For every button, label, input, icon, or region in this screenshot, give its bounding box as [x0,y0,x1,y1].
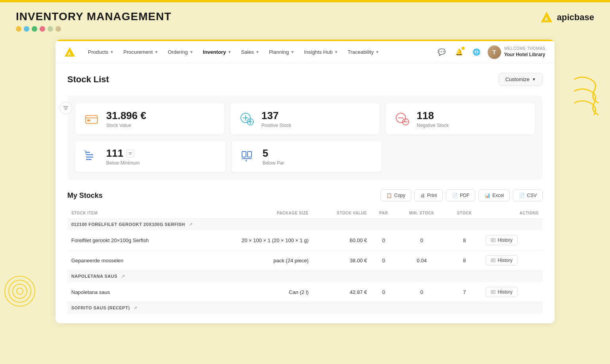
col-package-size: PACKAGE SIZE [198,208,313,219]
table-group-header: NAPOLETANA SAUS ↗ [67,271,543,282]
apicbase-logo: A apicbase [539,10,594,25]
nav-label: Planning [269,49,289,55]
main-card: A Products▼Procurement▼Ordering▼Inventor… [55,40,555,323]
below-minimum-number: 111 [106,147,123,159]
history-button[interactable]: History [486,287,517,297]
cell-actions: History [482,282,543,302]
stat-card-positive-stock: 137 Positive Stock [231,103,379,135]
positive-stock-number: 137 [261,110,291,122]
copy-label: Copy [394,193,405,198]
user-info[interactable]: T WELCOME THOMAS, Your Hotel Library [488,46,547,59]
nav-label: Ordering [168,49,188,55]
nav-item-insights-hub[interactable]: Insights Hub▼ [300,46,342,58]
history-button[interactable]: History [486,255,517,265]
nav-item-ordering[interactable]: Ordering▼ [164,46,197,58]
nav-item-inventory[interactable]: Inventory▼ [199,46,235,58]
chevron-down-icon: ▼ [334,50,338,54]
nav-bar: A Products▼Procurement▼Ordering▼Inventor… [55,41,555,63]
negative-stock-label: Negative Stock [417,123,449,128]
print-icon: 🖨 [420,193,425,198]
col-min-stock: MIN. STOCK [396,208,447,219]
cell-min-stock: 0 [396,230,447,250]
stock-list-header: Stock List Customize ▼ [67,73,543,86]
nav-item-sales[interactable]: Sales▼ [237,46,263,58]
cell-stock-item: Forelfilet gerookt 20×100g Serfish [67,230,198,250]
stats-grid-bottom: 111 Below Minimum [75,141,381,172]
customize-label: Customize [505,76,530,82]
csv-button[interactable]: 📄CSV [513,190,543,201]
filter-icon-btn[interactable] [59,102,72,114]
nav-item-procurement[interactable]: Procurement▼ [119,46,162,58]
below-minimum-label: Below Minimum [106,160,140,166]
user-hotel: Your Hotel Library [504,51,547,58]
cell-package-size: pack (24 piece) [198,250,313,271]
positive-stock-label: Positive Stock [261,123,291,128]
stock-value-icon [83,111,100,127]
copy-button[interactable]: 📋Copy [380,190,411,201]
chevron-down-icon: ▼ [189,50,193,54]
page-header: INVENTORY MANAGEMENT A apicbase [0,2,610,36]
stat-info-stock-value: 31.896 € Stock Value [106,110,146,128]
nav-label: Inventory [203,49,226,55]
user-welcome: WELCOME THOMAS, [504,46,547,51]
below-min-filter-btn[interactable] [126,150,134,157]
table-group-header: 012100 FORELFILET GEROOKT 20X100G SERFIS… [67,219,543,231]
cell-package-size: 20 × 100 × 1 (20 × 100 × 1 g) [198,230,313,250]
chat-icon-btn[interactable]: 💬 [435,46,448,59]
cell-stock: 7 [447,282,482,302]
svg-rect-32 [248,152,252,157]
group-name: NAPOLETANA SAUS ↗ [67,271,543,282]
svg-rect-40 [491,290,495,294]
dot-green [32,26,37,32]
chevron-down-icon: ▼ [532,77,536,82]
table-row: Forelfilet gerookt 20×100g Serfish 20 × … [67,230,543,250]
page-title: INVENTORY MANAGEMENT [16,10,172,23]
user-avatar-img: T [488,46,501,59]
svg-text:A: A [68,51,71,56]
notification-icon-btn[interactable]: 🔔 [453,46,465,59]
page-title-area: INVENTORY MANAGEMENT [16,10,172,32]
pdf-button[interactable]: 📄PDF [446,190,475,201]
nav-item-planning[interactable]: Planning▼ [265,46,299,58]
stat-card-below-par: 5 Below Par [232,141,382,172]
my-stocks-title: My Stocks [67,191,103,200]
brand-name: apicbase [557,12,594,23]
excel-icon: 📊 [484,193,490,198]
pdf-icon: 📄 [452,193,458,198]
action-buttons: 📋Copy🖨Print📄PDF📊Excel📄CSV [380,190,543,201]
cell-stock: 8 [447,250,482,271]
stat-card-below-minimum: 111 Below Minimum [75,141,225,172]
cell-min-stock: 0 [396,282,447,302]
svg-rect-11 [86,116,97,123]
external-link-icon[interactable]: ↗ [121,274,125,279]
nav-item-traceability[interactable]: Traceability▼ [344,46,383,58]
chevron-down-icon: ▼ [228,50,232,54]
color-dots [16,26,172,32]
nav-label: Sales [241,49,254,55]
below-par-icon [240,148,256,165]
nav-right: 💬 🔔 🌐 T WELCOME THOMAS, Your Hotel Libra… [435,46,547,59]
globe-icon-btn[interactable]: 🌐 [470,46,483,59]
print-button[interactable]: 🖨Print [414,190,443,201]
history-label: History [498,258,512,263]
cell-stock-value: 60.00 € [313,230,371,250]
below-min-header: 111 [106,147,140,159]
csv-label: CSV [527,193,537,198]
history-button[interactable]: History [486,235,517,245]
history-label: History [498,237,512,243]
customize-button[interactable]: Customize ▼ [499,73,543,86]
table-group-header: SOFRITO SAUS (RECEPT) ↗ [67,302,543,314]
nav-item-products[interactable]: Products▼ [84,46,118,58]
external-link-icon[interactable]: ↗ [133,305,137,311]
negative-stock-icon [394,111,410,127]
external-link-icon[interactable]: ↗ [189,222,193,227]
table-body: 012100 FORELFILET GEROOKT 20X100G SERFIS… [67,219,543,314]
stock-value-label: Stock Value [106,123,146,128]
user-text: WELCOME THOMAS, Your Hotel Library [504,46,547,58]
excel-button[interactable]: 📊Excel [478,190,510,201]
stat-card-negative-stock: 118 Negative Stock [386,103,535,135]
cell-stock-item: Gepaneerde mosselen [67,250,198,271]
svg-point-5 [17,288,23,294]
table-header: STOCK ITEM PACKAGE SIZE STOCK VALUE PAR … [67,208,543,219]
nav-label: Insights Hub [304,49,332,55]
